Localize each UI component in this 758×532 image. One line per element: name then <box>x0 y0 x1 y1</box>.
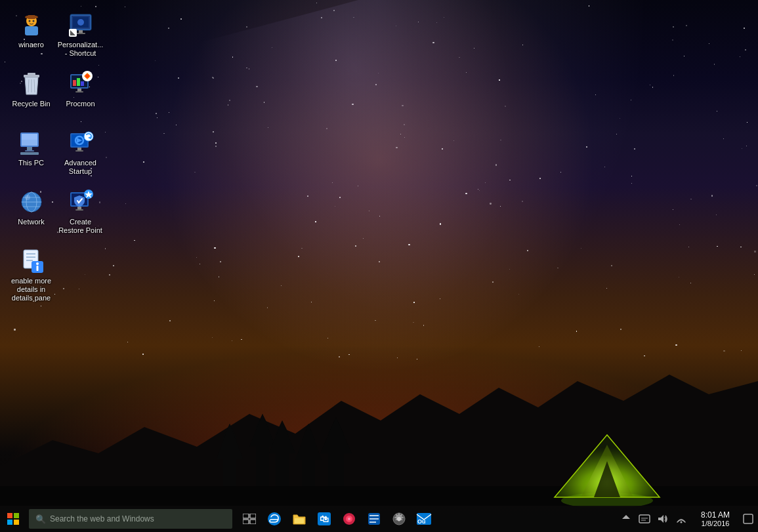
edge-browser-button[interactable] <box>263 506 286 532</box>
search-bar[interactable]: 🔍 Search the web and Windows <box>29 509 232 529</box>
svg-rect-85 <box>250 520 256 524</box>
desktop-icons-container: winaero Persona <box>7 7 105 302</box>
desktop-icon-enable-more-details[interactable]: enable more details in details pane <box>7 243 56 302</box>
svg-point-64 <box>25 195 30 200</box>
winaero-icon <box>18 12 45 38</box>
network-icon <box>18 189 45 215</box>
svg-point-76 <box>36 262 39 265</box>
svg-rect-41 <box>77 89 81 91</box>
settings-button[interactable] <box>387 506 411 532</box>
taskbar-right: 8:01 AM 1/8/2016 <box>615 506 758 532</box>
clock-area[interactable]: 8:01 AM 1/8/2016 <box>692 506 738 532</box>
svg-point-92 <box>348 518 350 520</box>
svg-marker-106 <box>658 515 663 523</box>
file-explorer-button[interactable] <box>287 506 311 532</box>
this-pc-icon <box>18 130 45 156</box>
desktop-icon-advanced-startup[interactable]: Advanced Startup <box>56 125 105 184</box>
svg-rect-40 <box>81 81 84 86</box>
svg-point-44 <box>85 74 89 78</box>
svg-point-99 <box>397 517 401 521</box>
svg-rect-87 <box>295 518 304 523</box>
this-pc-label: This PC <box>18 159 44 167</box>
personalization-label: Personalizat... - Shortcut <box>58 41 104 58</box>
svg-rect-28 <box>76 33 85 34</box>
svg-text:🛍: 🛍 <box>320 514 329 524</box>
expand-tray-button[interactable] <box>618 506 635 532</box>
svg-rect-55 <box>77 148 81 150</box>
svg-rect-49 <box>25 150 34 152</box>
svg-rect-78 <box>7 513 12 518</box>
svg-rect-39 <box>77 78 80 86</box>
desktop-icon-network[interactable]: Network <box>7 184 56 243</box>
clock-date: 1/8/2016 <box>702 520 730 527</box>
winaero-label: winaero <box>18 41 44 49</box>
desktop-icon-recycle-bin[interactable]: Recycle Bin <box>7 66 56 125</box>
system-tray <box>615 506 692 532</box>
svg-point-21 <box>28 20 30 22</box>
desktop-icon-personalization[interactable]: Personalizat... - Shortcut <box>56 7 105 66</box>
svg-rect-80 <box>7 520 12 525</box>
icon-row-2: This PC <box>7 125 105 184</box>
tent <box>548 422 666 507</box>
network-tray-icon[interactable] <box>673 506 690 532</box>
desktop-icon-this-pc[interactable]: This PC <box>7 125 56 184</box>
svg-rect-56 <box>75 150 83 152</box>
taskbar-app5-button[interactable] <box>337 506 361 532</box>
svg-rect-68 <box>75 209 83 211</box>
taskbar-middle: 🛍 <box>238 506 436 532</box>
svg-rect-84 <box>243 520 249 524</box>
svg-text:Ou: Ou <box>417 518 426 525</box>
svg-rect-83 <box>250 514 256 518</box>
advanced-startup-icon <box>68 130 94 156</box>
task-view-button[interactable] <box>238 506 261 532</box>
svg-rect-50 <box>20 152 39 155</box>
svg-rect-108 <box>744 514 753 523</box>
svg-rect-32 <box>28 73 35 75</box>
desktop-icon-procmon[interactable]: Procmon <box>56 66 105 125</box>
mail-button[interactable]: Ou <box>412 506 436 532</box>
svg-rect-38 <box>73 80 76 86</box>
desktop-background <box>0 0 758 532</box>
clock-time: 8:01 AM <box>701 510 730 520</box>
svg-rect-20 <box>28 15 35 19</box>
taskbar: 🔍 Search the web and Windows <box>0 506 758 532</box>
svg-rect-79 <box>14 513 19 518</box>
create-restore-point-icon <box>68 189 94 215</box>
svg-rect-18 <box>25 26 38 35</box>
search-icon: 🔍 <box>35 514 46 524</box>
svg-rect-27 <box>79 30 83 33</box>
recycle-bin-label: Recycle Bin <box>12 100 50 108</box>
start-button[interactable] <box>0 506 26 532</box>
svg-point-26 <box>77 19 84 26</box>
taskbar-app6-button[interactable] <box>362 506 386 532</box>
svg-rect-48 <box>27 147 32 150</box>
advanced-startup-label: Advanced Startup <box>58 159 104 176</box>
store-button[interactable]: 🛍 <box>312 506 336 532</box>
svg-point-86 <box>268 512 281 525</box>
desktop-icon-winaero[interactable]: winaero <box>7 7 56 66</box>
svg-rect-103 <box>639 515 650 523</box>
svg-rect-67 <box>77 207 81 209</box>
svg-point-107 <box>681 522 683 523</box>
volume-icon[interactable] <box>654 506 671 532</box>
svg-marker-102 <box>622 515 630 519</box>
procmon-icon <box>68 71 94 97</box>
create-restore-point-label: Create Restore Point <box>58 218 104 235</box>
svg-rect-42 <box>75 91 83 92</box>
enable-more-details-icon <box>18 248 45 274</box>
svg-rect-82 <box>243 514 249 518</box>
search-bar-text: Search the web and Windows <box>50 514 154 523</box>
recycle-bin-icon <box>18 71 45 97</box>
enable-more-details-label: enable more details in details pane <box>9 277 54 303</box>
procmon-label: Procmon <box>66 100 95 108</box>
svg-rect-81 <box>14 520 19 525</box>
notification-button[interactable] <box>738 506 758 532</box>
desktop-icon-create-restore-point[interactable]: Create Restore Point <box>56 184 105 243</box>
svg-rect-47 <box>22 134 37 140</box>
icon-row-1: Recycle Bin <box>7 66 105 125</box>
input-icon[interactable] <box>636 506 653 532</box>
icon-row-4: enable more details in details pane <box>7 243 105 302</box>
svg-rect-77 <box>36 266 38 271</box>
svg-point-22 <box>32 20 34 22</box>
personalization-icon <box>68 12 94 38</box>
